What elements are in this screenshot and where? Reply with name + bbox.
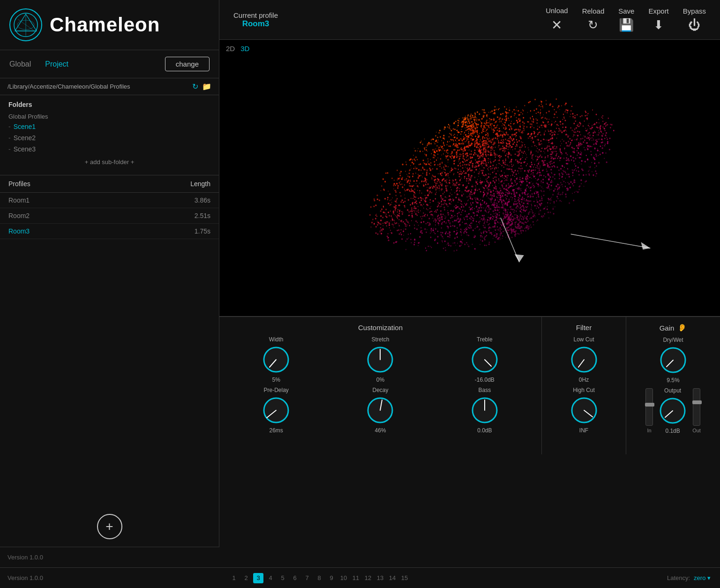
treble-knob-svg[interactable] [470, 345, 500, 375]
status-bar: 1 2 3 4 5 6 7 8 9 10 11 12 13 14 15 Late… [219, 567, 720, 588]
tab-global[interactable]: Global [9, 58, 31, 70]
folders-section: Folders Global Profiles - Scene1 - Scene… [0, 95, 219, 175]
viz-tabs: 2D 3D [219, 40, 256, 57]
filter-knobs-row-2: High Cut INF [547, 387, 621, 434]
filter-section: Filter Low Cut 0Hz High Cut [542, 317, 626, 454]
page-13[interactable]: 13 [375, 573, 385, 583]
customization-title: Customization [224, 324, 537, 332]
gain-section: Gain 👂 Dry/Wet 9.5% [626, 317, 720, 454]
bottom-controls: Customization Width 5% Stretch [219, 317, 720, 454]
filter-knobs-row-1: Low Cut 0Hz [547, 336, 621, 383]
profile-room2[interactable]: Room2 2.51s [0, 208, 219, 224]
add-profile-button[interactable]: + [97, 514, 122, 539]
knobs-row-1: Width 5% Stretch 0% [224, 336, 537, 383]
path-bar: /Library/Accentize/Chameleon/Global Prof… [0, 78, 219, 95]
add-subfolder-button[interactable]: + add sub-folder + [0, 155, 219, 169]
page-3[interactable]: 3 [253, 573, 263, 583]
current-profile-name: Room3 [242, 19, 270, 29]
current-profile-area: Current profile Room3 [233, 11, 278, 29]
page-9[interactable]: 9 [326, 573, 337, 583]
page-4[interactable]: 4 [265, 573, 276, 583]
page-numbers: 1 2 3 4 5 6 7 8 9 10 11 12 13 14 15 [229, 573, 410, 583]
fader-in-track[interactable] [645, 388, 653, 426]
knobs-row-2: Pre-Delay 26ms Decay 46% [224, 387, 537, 434]
nav-tabs: Global Project change [0, 50, 219, 78]
knob-dry-wet: Dry/Wet 9.5% [658, 337, 688, 384]
refresh-icon[interactable]: ↻ [192, 82, 198, 91]
fader-in-thumb[interactable] [645, 403, 654, 407]
tab-project[interactable]: Project [45, 58, 68, 70]
bypass-button[interactable]: Bypass ⏻ [683, 7, 706, 32]
lowcut-knob-svg[interactable] [569, 345, 599, 375]
unload-icon: ✕ [551, 17, 562, 33]
knob-high-cut: High Cut INF [569, 387, 599, 434]
gain-title-area: Gain 👂 [631, 324, 715, 332]
latency-value[interactable]: zero ▾ [694, 574, 711, 581]
export-icon: ⬇ [653, 18, 664, 32]
knob-output: Output 0.1dB [658, 387, 688, 434]
page-12[interactable]: 12 [363, 573, 373, 583]
decay-knob-svg[interactable] [365, 395, 395, 425]
fader-out-label: Out [692, 428, 701, 433]
page-6[interactable]: 6 [290, 573, 300, 583]
page-1[interactable]: 1 [229, 573, 239, 583]
knob-decay: Decay 46% [365, 387, 395, 434]
page-2[interactable]: 2 [241, 573, 251, 583]
bass-knob-svg[interactable] [470, 395, 500, 425]
gain-title: Gain [660, 324, 675, 332]
save-button[interactable]: Save 💾 [618, 7, 634, 32]
latency-label: Latency: [667, 574, 690, 581]
reload-button[interactable]: Reload ↻ [582, 7, 605, 32]
output-knob-svg[interactable] [658, 396, 688, 426]
drywet-knob-svg[interactable] [658, 345, 688, 375]
path-icons: ↻ 📁 [192, 82, 211, 91]
profile-room1[interactable]: Room1 3.86s [0, 193, 219, 208]
page-5[interactable]: 5 [278, 573, 288, 583]
highcut-knob-svg[interactable] [569, 395, 599, 425]
knob-width: Width 5% [261, 336, 291, 383]
folder-scene1[interactable]: - Scene1 [0, 121, 219, 132]
folder-scene3[interactable]: - Scene3 [0, 143, 219, 155]
drywet-row: Dry/Wet 9.5% [631, 337, 715, 384]
fader-in-label: In [647, 428, 652, 433]
profile-toolbar: Current profile Room3 Unload ✕ Reload ↻ … [219, 0, 720, 40]
reload-icon: ↻ [588, 18, 598, 32]
folders-header: Folders [0, 101, 219, 112]
viz-tab-2d[interactable]: 2D [226, 45, 235, 53]
knob-treble: Treble -16.0dB [470, 336, 500, 383]
page-10[interactable]: 10 [338, 573, 349, 583]
stretch-knob-svg[interactable] [365, 345, 395, 375]
folder-icon[interactable]: 📁 [202, 82, 211, 91]
page-7[interactable]: 7 [302, 573, 312, 583]
profile-room3[interactable]: Room3 1.75s [0, 224, 219, 239]
filter-title: Filter [547, 324, 621, 332]
viz-tab-3d[interactable]: 3D [240, 45, 249, 53]
knob-bass: Bass 0.0dB [470, 387, 500, 434]
width-knob-svg[interactable] [261, 345, 291, 375]
version-text: Version 1.0.0 [8, 554, 43, 561]
page-11[interactable]: 11 [351, 573, 361, 583]
profiles-section: Profiles Length Room1 3.86s Room2 2.51s … [0, 175, 219, 239]
version-bar: Version 1.0.0 [0, 547, 219, 567]
save-icon: 💾 [619, 18, 634, 32]
predelay-knob-svg[interactable] [261, 395, 291, 425]
ear-icon[interactable]: 👂 [678, 324, 687, 332]
profiles-col-name: Profiles [8, 180, 190, 188]
folder-scene2[interactable]: - Scene2 [0, 132, 219, 143]
fader-out-track[interactable] [693, 388, 700, 426]
page-8[interactable]: 8 [314, 573, 324, 583]
output-row: In Output 0.1dB Out [631, 387, 715, 434]
viz-area: 2D 3D [219, 40, 720, 317]
change-button[interactable]: change [165, 57, 210, 71]
fader-out-thumb[interactable] [692, 400, 702, 404]
export-button[interactable]: Export ⬇ [648, 7, 668, 32]
bypass-icon: ⏻ [688, 18, 700, 32]
app-title: Chameleon [50, 14, 160, 36]
left-panel: Chameleon Global Project change /Library… [0, 0, 219, 567]
page-15[interactable]: 15 [399, 573, 410, 583]
path-value: /Library/Accentize/Chameleon/Global Prof… [8, 83, 130, 90]
page-14[interactable]: 14 [387, 573, 398, 583]
fader-in: In [645, 388, 653, 433]
unload-button[interactable]: Unload ✕ [546, 7, 568, 33]
version-label: Version 1.0.0 [8, 574, 43, 581]
